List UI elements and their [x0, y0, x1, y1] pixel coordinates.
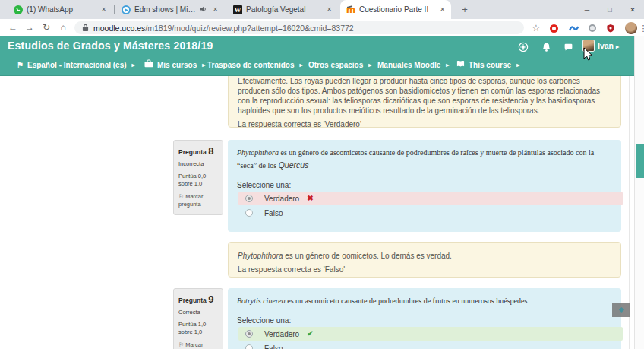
home-icon[interactable]: ⌂	[56, 19, 70, 36]
notifications-bell-icon[interactable]	[541, 42, 551, 52]
nav-this-course-menu[interactable]: This course ▸	[456, 56, 519, 75]
radio-selected[interactable]	[245, 330, 253, 338]
option-label: Falso	[264, 209, 283, 217]
chevron-down-icon: ▸	[299, 56, 302, 75]
extension-icon-gray-circle[interactable]	[586, 22, 598, 34]
correct-answer-text: La respuesta correcta es 'Verdadero'	[238, 119, 611, 129]
correct-answer-text: La respuesta correcta es 'Falso'	[238, 265, 611, 274]
tab-mixcloud[interactable]: ▶ Edm shows | Mixcloud ✕	[115, 0, 224, 19]
main-navbar: ⚑ Español - Internacional (es) ▸ Mis cur…	[0, 56, 634, 76]
flag-question-link[interactable]: ⚐Marcar pregunta	[178, 193, 219, 208]
tab-title: Cuestionario Parte II	[359, 5, 434, 14]
tab-audio-icon	[200, 5, 207, 14]
question-text: Botrytis cinerea es un ascomiceto causan…	[237, 295, 612, 307]
minimize-button[interactable]: ─	[576, 6, 598, 14]
question-grade: Puntúa 0,0 sobre 1,0	[178, 173, 219, 188]
url-domain: moodle.uco.es	[93, 24, 145, 33]
briefcase-icon	[144, 56, 153, 75]
tab-moodle-active[interactable]: m Cuestionario Parte II ✕	[340, 0, 451, 19]
question-text: Phytophthora es un género de ascomicetos…	[237, 147, 612, 172]
flag-outline-icon: ⚐	[178, 193, 184, 200]
chevron-down-icon: ▸	[516, 56, 519, 75]
tab-separator	[114, 5, 115, 14]
select-one-label: Seleccione una:	[237, 181, 612, 189]
feedback-text: Efectivamente. Las royas pueden llegar a…	[238, 76, 611, 116]
extension-icon-red-ring[interactable]	[548, 22, 560, 34]
correct-icon: ✔	[307, 330, 313, 338]
extension-icon-blue-wave[interactable]	[567, 22, 579, 34]
question7-feedback-box: Efectivamente. Las royas pueden llegar a…	[228, 67, 621, 128]
floating-widget-button[interactable]	[612, 303, 630, 317]
nav-item-label: This course	[469, 56, 511, 75]
forward-icon[interactable]: →	[23, 19, 36, 36]
window-controls: ─ □ ✕	[576, 0, 644, 19]
reload-icon[interactable]: ↻	[39, 19, 53, 36]
answer-option-verdadero[interactable]: Verdadero ✖	[238, 192, 623, 205]
url-field[interactable]: moodle.uco.es/m1819/mod/quiz/review.php?…	[74, 21, 524, 34]
content-left-border	[169, 76, 169, 349]
radio-unselected[interactable]	[245, 209, 253, 217]
settings-gear-icon[interactable]	[518, 42, 529, 52]
nav-item-label: Español - Internacional (es)	[27, 56, 127, 75]
option-label: Verdadero	[264, 330, 299, 338]
url-path: /m1819/mod/quiz/review.php?attempt=16020…	[145, 24, 353, 33]
question-number: Pregunta 9	[178, 293, 219, 305]
nav-language-menu[interactable]: ⚑ Español - Internacional (es) ▸	[17, 56, 135, 75]
option-label: Falso	[264, 344, 283, 349]
nav-manuales-menu[interactable]: Manuales Moodle ▸	[377, 56, 449, 75]
scrollbar-track[interactable]	[634, 36, 644, 349]
feedback-text: Phytophthora es un género de oomicetos. …	[238, 251, 611, 261]
bookmark-star-icon[interactable]: ☆	[530, 22, 542, 34]
book-icon	[456, 56, 465, 75]
nav-otros-espacios-menu[interactable]: Otros espacios ▸	[308, 56, 371, 75]
browser-menu-icon[interactable]: ⋮	[637, 22, 644, 34]
radio-unselected[interactable]	[245, 344, 253, 349]
scrollbar-thumb[interactable]	[636, 144, 644, 178]
close-tab-icon[interactable]: ✕	[438, 5, 447, 14]
question8-feedback-box: Phytophthora es un género de oomicetos. …	[228, 242, 621, 278]
flag-outline-icon: ⚐	[178, 341, 184, 348]
incorrect-icon: ✖	[307, 195, 313, 202]
radio-selected[interactable]	[245, 195, 253, 202]
question-status: Correcta	[178, 309, 219, 316]
browser-window: (1) WhatsApp ✕ ▶ Edm shows | Mixcloud ✕ …	[0, 0, 644, 349]
question9-info-panel: Pregunta 9 Correcta Puntúa 1,0 sobre 1,0…	[173, 288, 223, 349]
answer-option-falso[interactable]: Falso	[238, 206, 623, 220]
close-tab-icon[interactable]: ✕	[99, 5, 108, 14]
whatsapp-icon	[14, 5, 23, 14]
nav-item-label: Traspaso de contenidos	[207, 56, 294, 75]
back-icon[interactable]: ←	[6, 19, 20, 36]
select-one-label: Seleccione una:	[237, 316, 612, 325]
profile-avatar[interactable]	[625, 22, 637, 34]
moodle-icon: m	[346, 5, 355, 14]
tab-bar: (1) WhatsApp ✕ ▶ Edm shows | Mixcloud ✕ …	[0, 0, 644, 19]
chevron-down-icon: ▸	[446, 56, 449, 75]
answer-option-verdadero[interactable]: Verdadero ✔	[238, 327, 623, 341]
tab-whatsapp[interactable]: (1) WhatsApp ✕	[8, 0, 112, 19]
lock-icon	[82, 21, 89, 35]
answer-option-falso[interactable]: Falso	[238, 341, 623, 349]
close-tab-icon[interactable]: ✕	[211, 5, 219, 14]
maximize-button[interactable]: □	[598, 6, 621, 14]
close-window-button[interactable]: ✕	[621, 6, 644, 14]
question-number: Pregunta 8	[178, 145, 219, 157]
nav-traspaso-menu[interactable]: Traspaso de contenidos ▸	[207, 56, 303, 75]
site-title[interactable]: Estudios de Grados y Másteres 2018/19	[8, 36, 213, 56]
nav-item-label: Otros espacios	[308, 56, 363, 75]
nav-my-courses-menu[interactable]: Mis cursos ▸	[144, 56, 205, 75]
chevron-down-icon: ▸	[368, 56, 371, 75]
messages-chat-icon[interactable]	[563, 42, 573, 52]
chevron-down-icon: ▸	[202, 56, 205, 75]
toolbar-separator	[620, 24, 620, 33]
tab-wikipedia[interactable]: W Patología Vegetal ✕	[227, 0, 338, 19]
question-grade: Puntúa 1,0 sobre 1,0	[178, 321, 219, 336]
adblock-shield-icon[interactable]	[605, 22, 617, 34]
option-label: Verdadero	[264, 195, 299, 203]
tab-title: Edm shows | Mixcloud	[134, 5, 196, 14]
question-status: Incorrecta	[178, 160, 219, 167]
question8-box: Phytophthora es un género de ascomicetos…	[228, 140, 621, 232]
close-tab-icon[interactable]: ✕	[325, 5, 333, 14]
new-tab-button[interactable]: +	[458, 3, 472, 17]
flag-question-link[interactable]: ⚐Marcar pregunta	[178, 341, 219, 349]
user-menu[interactable]: Ivan▸	[598, 36, 619, 56]
